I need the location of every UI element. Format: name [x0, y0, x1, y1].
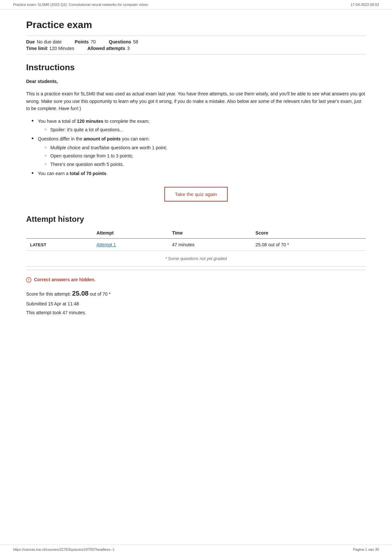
- meta-row-1: Due No due date Points 70 Questions 58: [26, 39, 366, 44]
- score-line: Score for this attempt: 25.08 out of 70 …: [26, 287, 366, 300]
- due-label: Due: [26, 39, 35, 44]
- duration-line: This attempt took 47 minutes.: [26, 308, 366, 317]
- footnote-cell: * Some questions not yet graded: [26, 251, 366, 267]
- row-latest-label: LATEST: [26, 238, 92, 251]
- result-divider: [26, 270, 366, 270]
- instructions-title: Instructions: [26, 62, 366, 73]
- meta-points: Points 70: [75, 39, 96, 44]
- footnote-row: * Some questions not yet graded: [26, 251, 366, 267]
- bullet-2-sub-1: Multiple choice and true/false questions…: [44, 144, 366, 151]
- table-footnote: * Some questions not yet graded: [30, 254, 362, 263]
- attempt-history-table: Attempt Time Score LATEST Attempt 1 47 m…: [26, 228, 366, 267]
- bullet-3-bold: total of 70 points: [70, 171, 106, 176]
- correct-answers-hidden-text: Correct answers are hidden.: [34, 277, 95, 282]
- meta-time-limit: Time limit 120 Minutes: [26, 46, 74, 51]
- bullet-2-pre: Questions differ in the: [38, 136, 84, 141]
- due-value: No due date: [37, 39, 61, 44]
- bottom-bar: https://canvas.tue.nl/courses/22763/quiz…: [0, 545, 392, 554]
- score-pre: Score for this attempt:: [26, 291, 72, 297]
- meta-questions: Questions 58: [109, 39, 138, 44]
- col-header-time: Time: [168, 228, 252, 238]
- score-info: Score for this attempt: 25.08 out of 70 …: [26, 287, 366, 317]
- meta-due: Due No due date: [26, 39, 62, 44]
- score-number: 25.08: [72, 290, 89, 297]
- attempt-1-link[interactable]: Attempt 1: [96, 242, 116, 247]
- bullet-1-sublist: Spoiler: it's quite a lot of questions..…: [44, 126, 366, 133]
- meta-table: Due No due date Points 70 Questions 58 T…: [26, 39, 366, 51]
- bullet-2-post: you can earn:: [121, 136, 150, 141]
- meta-row-2: Time limit 120 Minutes Allowed attempts …: [26, 46, 366, 51]
- bullet-1-bold: 120 minutes: [77, 119, 103, 124]
- allowed-attempts-label: Allowed attempts: [87, 46, 125, 51]
- take-quiz-button[interactable]: Take the quiz again: [164, 187, 227, 202]
- bullet-1: You have a total of 120 minutes to compl…: [33, 118, 366, 134]
- bullet-2: Questions differ in the amount of points…: [33, 135, 366, 168]
- top-bar: Practice exam: 5LSM0 (2022-Q3): Convolut…: [0, 0, 392, 9]
- bullet-3-pre: You can earn a: [38, 171, 70, 176]
- score-post: out of 70 *: [89, 291, 111, 297]
- questions-label: Questions: [109, 39, 131, 44]
- instructions-list: You have a total of 120 minutes to compl…: [33, 118, 366, 177]
- take-quiz-container: Take the quiz again: [26, 187, 366, 202]
- points-label: Points: [75, 39, 89, 44]
- bullet-3-post: .: [106, 171, 108, 176]
- meta-top-divider: [26, 36, 366, 36]
- bottom-bar-right: Pagina 1 van 30: [353, 547, 379, 551]
- svg-text:!: !: [28, 278, 29, 282]
- meta-allowed-attempts: Allowed attempts 3: [87, 46, 130, 51]
- table-row: LATEST Attempt 1 47 minutes 25.08 out of…: [26, 238, 366, 251]
- time-limit-value: 120 Minutes: [49, 46, 74, 51]
- bullet-1-post: to complete the exam;: [103, 119, 150, 124]
- bullet-1-pre: You have a total of: [38, 119, 77, 124]
- bullet-2-sub-2: Open questions range from 1 to 3 points;: [44, 152, 366, 159]
- bullet-3: You can earn a total of 70 points.: [33, 170, 366, 177]
- submitted-line: Submitted 15 Apr at 11:48: [26, 300, 366, 308]
- warning-icon: !: [26, 277, 32, 283]
- col-header-attempt: Attempt: [92, 228, 168, 238]
- row-time: 47 minutes: [168, 238, 252, 251]
- col-header-empty: [26, 228, 92, 238]
- attempt-history-title: Attempt history: [26, 215, 366, 224]
- bullet-2-bold: amount of points: [84, 136, 121, 141]
- points-value: 70: [91, 39, 96, 44]
- allowed-attempts-value: 3: [127, 46, 130, 51]
- col-header-score: Score: [252, 228, 366, 238]
- top-bar-right: 17-04-2023 09:03: [351, 3, 379, 7]
- correct-answers-hidden-banner: ! Correct answers are hidden.: [26, 277, 366, 283]
- bullet-2-sub-3: There's one question worth 5 points.: [44, 161, 366, 168]
- meta-bottom-divider: [26, 54, 366, 55]
- questions-value: 58: [133, 39, 139, 44]
- latest-label: LATEST: [30, 242, 46, 247]
- table-header-row: Attempt Time Score: [26, 228, 366, 238]
- bottom-bar-left: https://canvas.tue.nl/courses/22763/quiz…: [13, 547, 115, 551]
- page-title: Practice exam: [26, 19, 366, 30]
- main-content: Practice exam Due No due date Points 70 …: [0, 9, 392, 336]
- dear-students: Dear students,: [26, 78, 366, 85]
- row-attempt-link[interactable]: Attempt 1: [92, 238, 168, 251]
- bullet-1-sub-1: Spoiler: it's quite a lot of questions..…: [44, 126, 366, 133]
- time-limit-label: Time limit: [26, 46, 47, 51]
- row-score: 25.08 out of 70 *: [252, 238, 366, 251]
- top-bar-left: Practice exam: 5LSM0 (2022-Q3): Convolut…: [13, 3, 148, 7]
- bullet-2-sublist: Multiple choice and true/false questions…: [44, 144, 366, 168]
- instructions-intro: This is a practice exam for 5LSM0 that w…: [26, 90, 366, 112]
